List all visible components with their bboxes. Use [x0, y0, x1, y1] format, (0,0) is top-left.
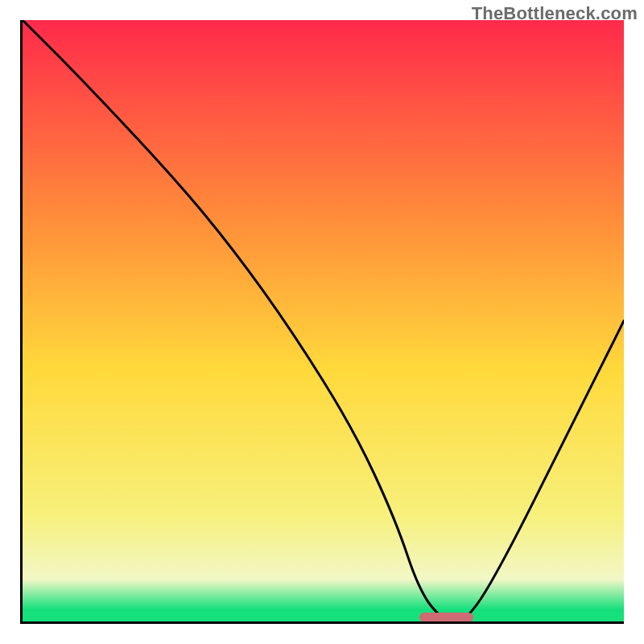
optimal-range-marker: [419, 613, 473, 622]
bottleneck-curve: [23, 20, 624, 621]
chart-container: TheBottleneck.com: [0, 0, 644, 644]
plot-area: [20, 20, 624, 624]
